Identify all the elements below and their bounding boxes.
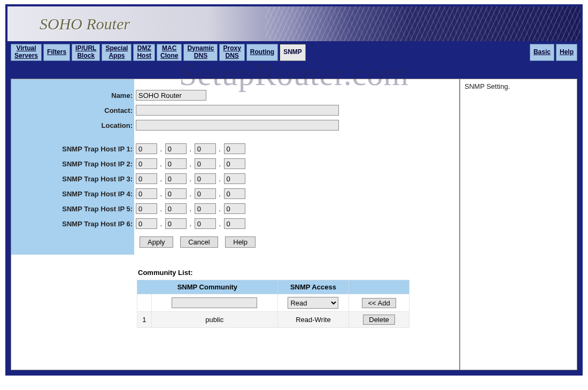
community-header-community: SNMP Community: [137, 280, 278, 294]
nav-proxy-dns[interactable]: ProxyDNS: [219, 44, 244, 61]
nav-help[interactable]: Help: [556, 44, 577, 61]
apply-button[interactable]: Apply: [140, 236, 173, 248]
trap-1-octet-2[interactable]: [165, 143, 187, 154]
trap-2-octet-2[interactable]: [165, 158, 187, 169]
trap-4-octet-1[interactable]: [136, 188, 157, 199]
community-delete-button[interactable]: Delete: [363, 315, 395, 325]
community-row-index: 1: [137, 312, 152, 328]
nav-filters[interactable]: Filters: [43, 44, 70, 61]
label-trap-4: SNMP Trap Host IP 4:: [11, 186, 134, 201]
help-text: SNMP Setting.: [465, 82, 510, 90]
trap-3-octet-3[interactable]: [195, 173, 216, 184]
nav-virtual-servers[interactable]: VirtualServers: [11, 44, 42, 61]
community-header-access: SNMP Access: [277, 280, 349, 294]
snmp-form-table: Name: Contact: Location:: [11, 79, 341, 231]
nav-ip-url-block[interactable]: IP/URLBlock: [72, 44, 100, 61]
label-trap-6: SNMP Trap Host IP 6:: [11, 216, 134, 231]
location-input[interactable]: [136, 120, 339, 131]
community-list-title: Community List:: [137, 269, 454, 280]
name-input[interactable]: [136, 90, 206, 101]
help-panel: SNMP Setting.: [460, 79, 577, 370]
banner-title: SOHO Router: [40, 15, 130, 33]
trap-6-octet-4[interactable]: [224, 218, 245, 229]
nav-bar: VirtualServersFiltersIP/URLBlockSpecialA…: [7, 41, 581, 64]
trap-1-octet-3[interactable]: [195, 143, 216, 154]
label-contact: Contact:: [11, 103, 134, 118]
trap-3-octet-2[interactable]: [165, 173, 187, 184]
content-row: Name: Contact: Location:: [7, 64, 581, 373]
community-row-access: Read-Write: [277, 312, 349, 328]
nav-special-apps[interactable]: SpecialApps: [102, 44, 131, 61]
help-button[interactable]: Help: [225, 236, 256, 248]
trap-6-octet-2[interactable]: [165, 218, 187, 229]
trap-2-octet-3[interactable]: [195, 158, 216, 169]
nav-dmz-host[interactable]: DMZHost: [133, 44, 155, 61]
label-trap-2: SNMP Trap Host IP 2:: [11, 156, 134, 171]
trap-2-octet-1[interactable]: [136, 158, 157, 169]
nav-routing[interactable]: Routing: [246, 44, 278, 61]
nav-mac-clone[interactable]: MACClone: [157, 44, 182, 61]
banner: SOHO Router: [7, 6, 581, 41]
community-table: SNMP Community SNMP Access ReadRead-Writ…: [137, 280, 409, 328]
trap-3-octet-1[interactable]: [136, 173, 157, 184]
trap-4-octet-2[interactable]: [165, 188, 187, 199]
nav-dynamic-dns[interactable]: DynamicDNS: [183, 44, 218, 61]
app-window: SOHO Router VirtualServersFiltersIP/URLB…: [5, 4, 583, 376]
label-location: Location:: [11, 118, 134, 133]
community-row-name: public: [151, 312, 277, 328]
contact-input[interactable]: [136, 105, 339, 116]
community-header-action: [349, 280, 409, 294]
community-name-input[interactable]: [172, 297, 257, 308]
trap-6-octet-1[interactable]: [136, 218, 157, 229]
label-trap-3: SNMP Trap Host IP 3:: [11, 171, 134, 186]
trap-4-octet-4[interactable]: [224, 188, 245, 199]
form-sidebar-stub: [11, 231, 134, 255]
trap-5-octet-2[interactable]: [165, 203, 187, 214]
trap-3-octet-4[interactable]: [224, 173, 245, 184]
trap-5-octet-3[interactable]: [195, 203, 216, 214]
trap-2-octet-4[interactable]: [224, 158, 245, 169]
main-panel: Name: Contact: Location:: [11, 79, 460, 370]
label-trap-5: SNMP Trap Host IP 5:: [11, 201, 134, 216]
community-add-button[interactable]: << Add: [362, 298, 396, 308]
trap-1-octet-4[interactable]: [224, 143, 245, 154]
community-access-select[interactable]: ReadRead-Write: [288, 297, 338, 309]
trap-6-octet-3[interactable]: [195, 218, 216, 229]
trap-4-octet-3[interactable]: [195, 188, 216, 199]
trap-5-octet-1[interactable]: [136, 203, 157, 214]
nav-basic[interactable]: Basic: [530, 44, 554, 61]
trap-1-octet-1[interactable]: [136, 143, 157, 154]
label-name: Name:: [11, 88, 134, 103]
label-trap-1: SNMP Trap Host IP 1:: [11, 141, 134, 156]
form-buttons: Apply Cancel Help: [134, 231, 261, 255]
trap-5-octet-4[interactable]: [224, 203, 245, 214]
nav-snmp[interactable]: SNMP: [280, 44, 306, 61]
cancel-button[interactable]: Cancel: [180, 236, 218, 248]
